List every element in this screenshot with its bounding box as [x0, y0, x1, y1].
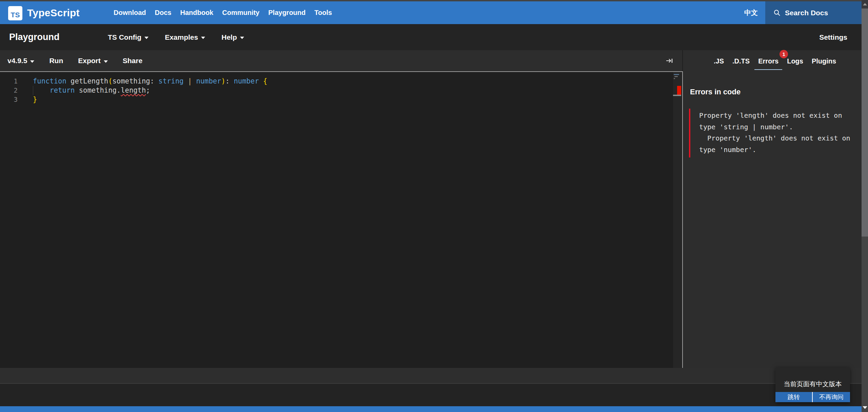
minimap-line [674, 78, 675, 79]
tab-js[interactable]: .JS [710, 57, 728, 65]
nav-link-download[interactable]: Download [114, 9, 146, 17]
scrollbar-up-button[interactable] [862, 0, 868, 8]
code-text: function getLength(something: string | n… [33, 77, 267, 86]
tab-dts[interactable]: .D.TS [729, 57, 753, 65]
triangle-up-icon [863, 3, 867, 5]
code-text: } [33, 95, 37, 104]
nav-link-handbook[interactable]: Handbook [180, 9, 213, 17]
scrollbar-down-button[interactable] [862, 404, 868, 411]
line-number: 2 [0, 86, 18, 95]
language-popup-buttons: 跳转 不再询问 [775, 392, 850, 402]
code-rows: 1function getLength(something: string | … [0, 77, 682, 104]
page-title: Playground [9, 24, 60, 50]
page-scrollbar[interactable] [862, 0, 868, 412]
popup-dismiss-button[interactable]: 不再询问 [813, 392, 850, 402]
menu-examples[interactable]: Examples [165, 33, 205, 41]
error-message-line: Property 'length' does not exist on [699, 133, 850, 144]
error-message: Property 'length' does not exist ontype … [699, 110, 850, 155]
menu-ts-config[interactable]: TS Config [108, 33, 149, 41]
line-number: 1 [0, 77, 18, 86]
code-editor[interactable]: 1function getLength(something: string | … [0, 72, 682, 368]
footer-dark-area [0, 384, 862, 406]
collapse-sidebar-icon[interactable] [665, 50, 674, 71]
site-nav: TS TypeScript DownloadDocsHandbookCommun… [0, 1, 862, 24]
error-item[interactable]: Property 'length' does not exist ontype … [689, 109, 850, 157]
minimap[interactable] [673, 72, 682, 368]
popup-go-button[interactable]: 跳转 [775, 392, 812, 402]
chevron-down-icon [144, 37, 149, 39]
playground-menus: TS ConfigExamplesHelp [108, 24, 244, 50]
language-popup-message: 当前页面有中文版本 [775, 368, 850, 392]
nav-link-playground[interactable]: Playground [268, 9, 305, 17]
error-message-line: Property 'length' does not exist on [699, 110, 850, 121]
code-line[interactable]: 3} [0, 95, 682, 104]
chevron-down-icon [240, 37, 244, 39]
indent-guide [33, 86, 33, 95]
chevron-down-icon [30, 60, 34, 63]
tab-plugins[interactable]: Plugins [808, 57, 840, 65]
footer-blue-strip [0, 406, 862, 412]
share-button[interactable]: Share [123, 57, 142, 65]
scrollbar-thumb[interactable] [862, 8, 868, 237]
nav-link-tools[interactable]: Tools [314, 9, 332, 17]
menu-help[interactable]: Help [221, 33, 244, 41]
nav-link-docs[interactable]: Docs [155, 9, 172, 17]
bottom-bar [0, 368, 862, 383]
search-label: Search Docs [785, 9, 828, 17]
playground-bar: Playground TS ConfigExamplesHelp Setting… [0, 24, 862, 50]
language-toggle[interactable]: 中文 [744, 1, 758, 24]
errors-heading: Errors in code [690, 88, 741, 96]
search-icon [773, 9, 781, 17]
typescript-logo-text: TS [11, 11, 20, 18]
nav-link-community[interactable]: Community [222, 9, 259, 17]
code-text: return something.length; [33, 86, 150, 95]
tab-errors[interactable]: Errors1 [754, 57, 782, 65]
error-message-line: type 'string | number'. [699, 121, 850, 133]
overview-cursor-marker [673, 95, 681, 96]
nav-links: DownloadDocsHandbookCommunityPlaygroundT… [114, 1, 332, 24]
tab-logs[interactable]: Logs [783, 57, 807, 65]
brand-title[interactable]: TypeScript [27, 1, 80, 24]
export-label: Export [78, 57, 101, 65]
sidebar-tabs: .JS.D.TSErrors1LogsPlugins [683, 50, 862, 72]
errors-count-badge: 1 [780, 50, 788, 58]
line-number: 3 [0, 95, 18, 104]
search-docs-box[interactable]: Search Docs [765, 1, 862, 24]
editor-toolbar: v4.9.5 Run Export Share [0, 50, 682, 72]
code-line[interactable]: 1function getLength(something: string | … [0, 77, 682, 86]
export-dropdown[interactable]: Export [78, 57, 108, 65]
overview-error-marker [677, 86, 681, 95]
chevron-down-icon [104, 60, 108, 63]
typescript-playground-page: TS TypeScript DownloadDocsHandbookCommun… [0, 0, 868, 412]
typescript-logo[interactable]: TS [8, 6, 22, 20]
code-line[interactable]: 2 return something.length; [0, 86, 682, 95]
version-label: v4.9.5 [7, 57, 27, 65]
run-button[interactable]: Run [49, 57, 63, 65]
chevron-down-icon [201, 37, 205, 39]
settings-button[interactable]: Settings [819, 24, 847, 50]
language-popup: 当前页面有中文版本 跳转 不再询问 [775, 368, 850, 402]
triangle-down-icon [863, 406, 867, 409]
version-dropdown[interactable]: v4.9.5 [7, 57, 34, 65]
results-sidebar: .JS.D.TSErrors1LogsPlugins Errors in cod… [683, 50, 862, 368]
minimap-line [674, 76, 678, 77]
error-message-line: type 'number'. [699, 144, 850, 156]
minimap-line [674, 74, 679, 75]
